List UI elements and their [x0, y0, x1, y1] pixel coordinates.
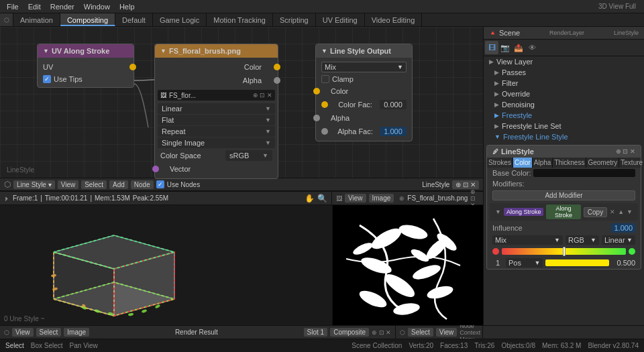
node-fs-toggle[interactable]: ▼: [160, 48, 166, 54]
rv-image-btn[interactable]: Image: [369, 194, 394, 202]
tab-thickness[interactable]: Thickness: [553, 158, 586, 168]
menu-edit[interactable]: Edit: [24, 0, 45, 13]
override-arrow: ▶: [494, 91, 499, 97]
rv-view-btn[interactable]: View: [345, 194, 366, 202]
status-mem: Mem: 63.2 M: [542, 342, 581, 349]
mod-up-icon[interactable]: ▲: [618, 209, 624, 215]
extension-dropdown[interactable]: Flat ▼: [158, 115, 275, 125]
copy-btn[interactable]: Copy: [584, 207, 607, 217]
socket-alphafac-in: [321, 128, 328, 135]
mix-select[interactable]: Mix ▼: [321, 62, 407, 72]
mod-mix-select[interactable]: Mix ▼: [492, 235, 563, 245]
tab-texture[interactable]: Texture: [619, 158, 644, 168]
passes-item[interactable]: ▶ Passes: [484, 67, 644, 78]
gradient-bar[interactable]: [502, 248, 626, 255]
status-version: Blender v2.80.74: [588, 342, 639, 349]
mod-down-icon[interactable]: ▼: [627, 209, 633, 215]
influence-value[interactable]: 1.000: [611, 223, 635, 233]
tab-geometry[interactable]: Geometry: [586, 158, 619, 168]
ne-bottom-select[interactable]: View: [436, 328, 458, 337]
menu-file[interactable]: File: [3, 0, 23, 13]
stroke-tag-1: Along Stroke: [504, 208, 544, 216]
gradient-start-color[interactable]: [492, 248, 499, 255]
tab-scripting[interactable]: Scripting: [273, 13, 316, 26]
image-mode-dropdown[interactable]: Repeat ▼: [158, 126, 275, 137]
use-tips-checkbox[interactable]: ✓: [43, 75, 51, 83]
gradient-handle[interactable]: [563, 247, 566, 256]
base-color-swatch[interactable]: [533, 169, 635, 177]
mod-linear-select[interactable]: Linear ▼: [602, 235, 635, 245]
tab-alpha[interactable]: Alpha: [533, 158, 553, 168]
menu-help[interactable]: Help: [115, 0, 139, 13]
node-fs-image-preview[interactable]: 🖼 FS_flor... ⊕ ⊡ ✕: [158, 90, 275, 101]
filter-item[interactable]: ▶ Filter: [484, 78, 644, 89]
mod-toggle[interactable]: ▼: [495, 209, 501, 215]
add-modifier-btn[interactable]: Add Modifier: [492, 190, 635, 200]
bottom-rp: [483, 326, 644, 339]
pos-index: 1: [492, 258, 503, 268]
pos-bar[interactable]: [545, 259, 609, 266]
tab-video-editing[interactable]: Video Editing: [365, 13, 423, 26]
ne-view-btn[interactable]: View: [58, 180, 79, 189]
tab-strokes[interactable]: Strokes: [487, 158, 513, 168]
prop-icon-output[interactable]: 📤: [512, 41, 525, 54]
menu-render[interactable]: Render: [46, 0, 78, 13]
prop-icon-active[interactable]: 🎞: [485, 41, 498, 54]
source-dropdown[interactable]: Single Image ▼: [158, 137, 275, 148]
tab-compositing[interactable]: Compositing: [60, 13, 115, 26]
tab-animation[interactable]: Animation: [13, 13, 60, 26]
ne-select-btn[interactable]: Select: [81, 180, 107, 189]
slot-btn[interactable]: Slot 1: [304, 328, 328, 337]
ne-add-btn[interactable]: Add: [109, 180, 128, 189]
ne-bottom-view[interactable]: Select: [408, 328, 433, 337]
freestyle-item[interactable]: ▶ Freestyle: [484, 110, 644, 121]
along-stroke-modifier-row: ▼ Along Stroke Along Stroke Copy ✕ ▲ ▼: [490, 203, 638, 221]
denoising-item[interactable]: ▶ Denoising: [484, 99, 644, 110]
gradient-end-color[interactable]: [629, 248, 635, 255]
composite-btn[interactable]: Composite: [330, 328, 369, 337]
interpolation-dropdown[interactable]: Linear ▼: [158, 103, 275, 114]
mod-rgb-select[interactable]: RGB ▼: [566, 235, 599, 245]
clamp-checkbox[interactable]: [321, 75, 329, 83]
prop-icon-view[interactable]: 👁: [525, 41, 539, 54]
bl-image-btn[interactable]: Image: [64, 328, 89, 337]
tab-motion-tracking[interactable]: Motion Tracking: [207, 13, 273, 26]
tab-uv-editing[interactable]: UV Editing: [316, 13, 365, 26]
mod-delete-icon[interactable]: ✕: [610, 209, 615, 215]
freestyle-linestyle-item[interactable]: ▼ Freestyle Line Style: [484, 131, 644, 142]
bl-select-btn[interactable]: Select: [36, 328, 62, 337]
node-uv-toggle[interactable]: ▼: [43, 48, 49, 54]
override-label: Override: [502, 90, 530, 98]
freestyle-lineset-item[interactable]: ▶ Freestyle Line Set: [484, 121, 644, 131]
view-layer-item[interactable]: ▶ View Layer: [484, 56, 644, 67]
tab-default[interactable]: Default: [115, 13, 153, 26]
clamp-row: Clamp: [316, 74, 412, 84]
status-select: Select: [5, 342, 24, 349]
color-socket-row: Color: [316, 84, 412, 98]
alpha-fac-row: Alpha Fac: 1.000: [316, 125, 412, 138]
cube-wireframe: [20, 219, 208, 322]
color-fac-value[interactable]: 0.000: [380, 100, 407, 109]
status-tris: Tris:26: [474, 342, 494, 349]
ne-line-style-btn[interactable]: Line Style ▾: [13, 180, 55, 189]
alpha-fac-value[interactable]: 1.000: [380, 127, 407, 136]
pos-select[interactable]: Pos ▼: [506, 258, 543, 268]
ne-node-btn[interactable]: Node: [131, 180, 154, 189]
tab-color[interactable]: Color: [513, 158, 533, 168]
time-value: Time:00:01.21: [45, 194, 88, 202]
tab-icon: ⬡: [0, 13, 13, 26]
prop-icon-render[interactable]: 📷: [498, 41, 512, 54]
color-space-dropdown[interactable]: sRGB ▼: [225, 150, 272, 161]
override-item[interactable]: ▶ Override: [484, 89, 644, 99]
tab-bar: ⬡ Animation Compositing Default Game Log…: [0, 13, 644, 27]
fls-label: Freestyle Line Set: [502, 122, 561, 130]
bl-view-btn[interactable]: View: [12, 328, 34, 337]
menu-window[interactable]: Window: [80, 0, 114, 13]
node-output-toggle[interactable]: ▼: [321, 48, 327, 54]
cs-arrow: ▼: [262, 152, 268, 159]
pos-row: 1 Pos ▼ 0.500: [487, 257, 641, 269]
render-result-label: Render Result: [175, 329, 218, 336]
tab-game-logic[interactable]: Game Logic: [153, 13, 207, 26]
use-nodes-checkbox[interactable]: ✓: [156, 180, 164, 188]
clamp-label: Clamp: [332, 75, 354, 83]
